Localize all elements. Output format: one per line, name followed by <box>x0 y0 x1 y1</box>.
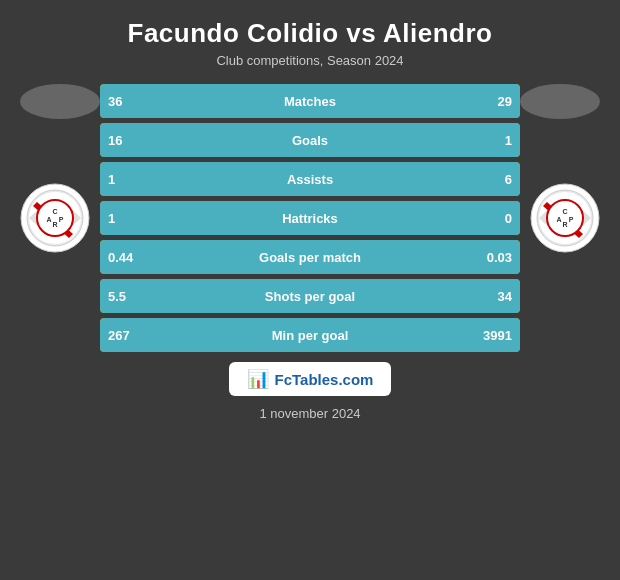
stat-bar-bg: 16Goals1 <box>100 123 520 157</box>
stat-fill-right <box>331 84 520 118</box>
stat-label-center: Hattricks <box>282 211 338 226</box>
left-badge-shadow <box>20 84 100 119</box>
logo-area: 📊 FcTables.com <box>0 362 620 396</box>
stat-label-center: Matches <box>284 94 336 109</box>
stat-value-left: 36 <box>108 94 122 109</box>
stat-bar-bg: 36Matches29 <box>100 84 520 118</box>
stat-row: 1Hattricks0 <box>100 201 520 235</box>
header: Facundo Colidio vs Aliendro Club competi… <box>0 0 620 74</box>
stat-row: 0.44Goals per match0.03 <box>100 240 520 274</box>
right-badge-shadow <box>520 84 600 119</box>
stat-value-right: 34 <box>498 289 512 304</box>
svg-text:R: R <box>52 221 57 228</box>
main-title: Facundo Colidio vs Aliendro <box>10 18 610 49</box>
logo-icon: 📊 <box>247 368 269 390</box>
stat-value-right: 0.03 <box>487 250 512 265</box>
stat-value-left: 267 <box>108 328 130 343</box>
svg-text:C: C <box>562 208 567 215</box>
logo-box: 📊 FcTables.com <box>229 362 392 396</box>
stat-label-center: Goals <box>292 133 328 148</box>
svg-point-3 <box>37 200 73 236</box>
stat-value-right: 1 <box>505 133 512 148</box>
logo-text: FcTables.com <box>275 371 374 388</box>
stat-value-left: 5.5 <box>108 289 126 304</box>
stat-value-right: 3991 <box>483 328 512 343</box>
svg-text:A: A <box>46 216 51 223</box>
stat-row: 1Assists6 <box>100 162 520 196</box>
stat-bar-bg: 267Min per goal3991 <box>100 318 520 352</box>
svg-text:A: A <box>556 216 561 223</box>
stat-bar-bg: 1Assists6 <box>100 162 520 196</box>
stat-value-right: 6 <box>505 172 512 187</box>
stat-bar-bg: 1Hattricks0 <box>100 201 520 235</box>
stat-value-left: 1 <box>108 211 115 226</box>
stats-container: 36Matches2916Goals11Assists61Hattricks00… <box>100 84 520 352</box>
svg-text:P: P <box>569 216 574 223</box>
stat-label-center: Shots per goal <box>265 289 355 304</box>
stat-bar-bg: 0.44Goals per match0.03 <box>100 240 520 274</box>
stat-bar-bg: 5.5Shots per goal34 <box>100 279 520 313</box>
comparison-area: C A R P 36Matches2916Goals11Assists61Hat… <box>0 74 620 352</box>
stat-row: 16Goals1 <box>100 123 520 157</box>
svg-text:C: C <box>52 208 57 215</box>
svg-point-11 <box>547 200 583 236</box>
left-club-badge: C A R P <box>10 182 100 254</box>
footer-date: 1 november 2024 <box>259 406 360 421</box>
stat-value-right: 29 <box>498 94 512 109</box>
stat-row: 5.5Shots per goal34 <box>100 279 520 313</box>
stat-value-left: 0.44 <box>108 250 133 265</box>
stat-row: 36Matches29 <box>100 84 520 118</box>
subtitle: Club competitions, Season 2024 <box>10 53 610 68</box>
stat-label-center: Min per goal <box>272 328 349 343</box>
svg-text:R: R <box>562 221 567 228</box>
stat-value-right: 0 <box>505 211 512 226</box>
stat-value-left: 16 <box>108 133 122 148</box>
stat-label-center: Goals per match <box>259 250 361 265</box>
stat-value-left: 1 <box>108 172 115 187</box>
stat-fill-right <box>159 162 520 196</box>
stat-row: 267Min per goal3991 <box>100 318 520 352</box>
stat-label-center: Assists <box>287 172 333 187</box>
svg-text:P: P <box>59 216 64 223</box>
right-club-badge: C A R P <box>520 182 610 254</box>
